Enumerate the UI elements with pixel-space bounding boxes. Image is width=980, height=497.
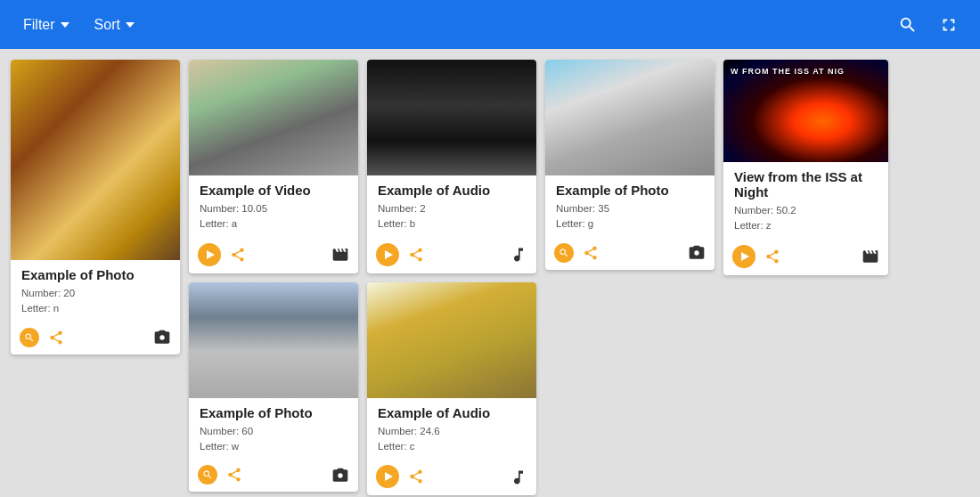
card-actions-5	[367, 460, 536, 495]
filter-label: Filter	[23, 17, 55, 33]
card-letter-5: Letter: c	[378, 439, 526, 454]
filter-button[interactable]: Filter	[14, 12, 78, 38]
share-icon-6	[583, 245, 599, 261]
play-search-button-3[interactable]	[198, 465, 217, 485]
card-number-7: Number: 50.2	[734, 203, 878, 218]
film-icon-2	[331, 246, 349, 264]
card-image-3	[189, 282, 358, 398]
card-image-6	[545, 60, 715, 175]
card-body-6: Example of Photo Number: 35 Letter: g	[545, 175, 715, 238]
type-icon-1	[153, 328, 171, 346]
card-example-video: Example of Video Number: 10.05 Letter: a	[189, 60, 358, 273]
music-icon-5	[510, 468, 527, 486]
card-letter-2: Letter: a	[200, 216, 347, 232]
sort-button[interactable]: Sort	[86, 12, 143, 38]
column-4: Example of Photo Number: 35 Letter: g	[545, 60, 715, 270]
card-image-4	[367, 60, 536, 175]
card-letter-6: Letter: g	[556, 216, 704, 232]
play-button-4[interactable]	[376, 243, 399, 266]
type-icon-3	[331, 465, 349, 484]
search-icon	[898, 15, 918, 35]
film-icon-7	[862, 248, 879, 265]
card-title-4: Example of Audio	[378, 183, 526, 198]
card-title-1: Example of Photo	[21, 267, 169, 282]
share-icon-4	[408, 247, 424, 263]
card-letter-4: Letter: b	[378, 216, 526, 232]
sort-chevron-icon	[126, 22, 135, 28]
card-letter-3: Letter: w	[200, 439, 347, 454]
sort-label: Sort	[94, 17, 120, 33]
card-number-4: Number: 2	[378, 201, 526, 216]
card-image-2	[189, 60, 358, 175]
card-title-5: Example of Audio	[378, 405, 526, 420]
column-5: W FROM THE ISS AT NIG View from the ISS …	[723, 60, 888, 275]
play-button-2[interactable]	[198, 243, 221, 266]
card-iss-video: W FROM THE ISS AT NIG View from the ISS …	[723, 60, 888, 275]
card-body-5: Example of Audio Number: 24.6 Letter: c	[367, 398, 536, 460]
card-letter-1: Letter: n	[21, 301, 169, 316]
card-title-6: Example of Photo	[556, 183, 704, 198]
search-icon-3	[202, 469, 213, 480]
toolbar: Filter Sort	[0, 0, 980, 49]
share-button-7[interactable]	[764, 248, 780, 265]
share-button-6[interactable]	[583, 244, 599, 261]
card-number-3: Number: 60	[200, 424, 347, 439]
card-image-5	[367, 282, 536, 398]
play-search-button-6[interactable]	[554, 243, 574, 263]
share-icon-7	[764, 248, 780, 265]
camera-icon-3	[331, 467, 349, 485]
type-icon-6	[688, 243, 706, 262]
share-icon-5	[408, 468, 424, 485]
type-icon-7	[862, 247, 879, 265]
share-button-1[interactable]	[48, 329, 64, 346]
card-body-4: Example of Audio Number: 2 Letter: b	[367, 175, 536, 238]
card-body-3: Example of Photo Number: 60 Letter: w	[189, 398, 358, 460]
card-title-7: View from the ISS at Night	[734, 169, 878, 200]
fullscreen-icon	[939, 15, 959, 35]
card-actions-1	[11, 322, 180, 354]
card-actions-2	[189, 238, 358, 273]
card-actions-4	[367, 238, 536, 273]
share-icon-1	[48, 330, 64, 346]
card-actions-3	[189, 460, 358, 492]
filter-chevron-icon	[61, 22, 69, 28]
card-example-audio-1: Example of Audio Number: 2 Letter: b	[367, 60, 536, 273]
card-letter-7: Letter: z	[734, 218, 878, 233]
card-title-2: Example of Video	[200, 183, 347, 198]
share-button-2[interactable]	[230, 246, 246, 263]
share-button-3[interactable]	[226, 467, 242, 484]
share-button-4[interactable]	[408, 246, 424, 263]
column-3: Example of Audio Number: 2 Letter: b	[367, 60, 536, 495]
music-icon-4	[510, 246, 527, 264]
camera-icon-1	[153, 329, 171, 346]
type-icon-2	[331, 245, 349, 264]
card-example-photo-6: Example of Photo Number: 35 Letter: g	[545, 60, 715, 270]
card-actions-7	[723, 240, 888, 275]
card-image-1	[11, 60, 180, 260]
play-button-5[interactable]	[376, 465, 399, 488]
fullscreen-button[interactable]	[932, 8, 966, 42]
column-1: Example of Photo Number: 20 Letter: n	[11, 60, 180, 354]
share-icon-3	[226, 467, 242, 483]
content-grid: Example of Photo Number: 20 Letter: n	[0, 49, 980, 497]
card-number-2: Number: 10.05	[200, 201, 347, 216]
iss-overlay-text: W FROM THE ISS AT NIG	[731, 67, 845, 76]
card-body-2: Example of Video Number: 10.05 Letter: a	[189, 175, 358, 238]
card-title-3: Example of Photo	[200, 405, 347, 420]
card-actions-6	[545, 238, 715, 270]
share-icon-2	[230, 247, 246, 263]
share-button-5[interactable]	[408, 468, 424, 485]
card-image-7: W FROM THE ISS AT NIG	[723, 60, 888, 162]
play-button-7[interactable]	[732, 245, 755, 268]
card-body-7: View from the ISS at Night Number: 50.2 …	[723, 162, 888, 240]
card-number-1: Number: 20	[21, 286, 169, 301]
card-example-photo-1: Example of Photo Number: 20 Letter: n	[11, 60, 180, 354]
type-icon-5	[510, 467, 527, 485]
search-button[interactable]	[891, 8, 925, 42]
play-search-button-1[interactable]	[20, 328, 39, 347]
column-2: Example of Video Number: 10.05 Letter: a	[189, 60, 358, 492]
card-number-6: Number: 35	[556, 201, 704, 216]
card-body-1: Example of Photo Number: 20 Letter: n	[11, 260, 180, 322]
card-example-photo-3: Example of Photo Number: 60 Letter: w	[189, 282, 358, 493]
card-number-5: Number: 24.6	[378, 424, 526, 439]
